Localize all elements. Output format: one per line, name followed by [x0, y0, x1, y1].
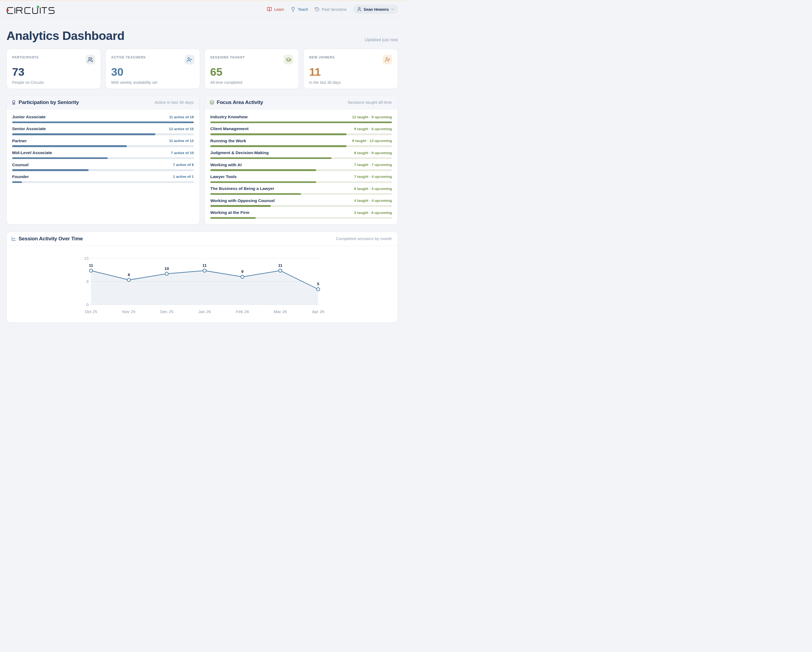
- svg-text:Apr 26: Apr 26: [312, 309, 324, 314]
- svg-text:9: 9: [241, 269, 243, 274]
- svg-text:Feb 26: Feb 26: [236, 309, 249, 314]
- svg-text:11: 11: [203, 263, 207, 268]
- svg-text:Mar 26: Mar 26: [274, 309, 287, 314]
- svg-text:11: 11: [89, 263, 93, 268]
- svg-text:0: 0: [86, 302, 89, 307]
- svg-text:10: 10: [165, 266, 169, 271]
- svg-text:Nov 25: Nov 25: [122, 309, 136, 314]
- svg-text:11: 11: [278, 263, 282, 268]
- svg-text:15: 15: [84, 256, 89, 260]
- svg-text:Dec 25: Dec 25: [160, 309, 173, 314]
- svg-text:5: 5: [317, 282, 319, 286]
- svg-text:Oct 25: Oct 25: [85, 309, 97, 314]
- svg-text:8: 8: [128, 272, 130, 277]
- svg-text:Jan 26: Jan 26: [198, 309, 211, 314]
- svg-text:8: 8: [86, 279, 89, 284]
